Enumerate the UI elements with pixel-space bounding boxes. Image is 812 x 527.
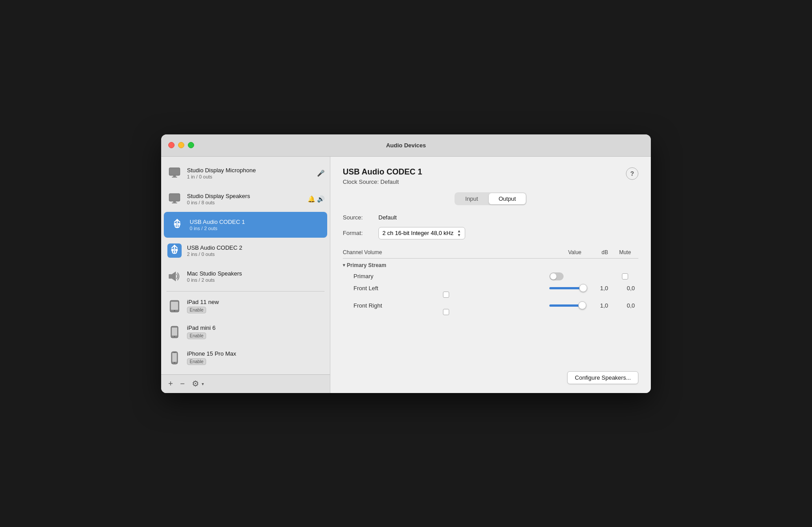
source-row: Source: Default [343,214,638,221]
sidebar: Studio Display Microphone 1 in / 0 outs … [161,157,330,393]
primary-toggle-cell [549,272,585,280]
speakers-icon: 🔔 🔊 [308,195,325,203]
detail-title-group: USB Audio CODEC 1 Clock Source: Default [343,167,422,185]
device-name: Studio Display Speakers [187,193,308,199]
device-badge: Enable [187,307,206,313]
main-window: Audio Devices Studio Display Microphone [161,134,651,393]
device-badge: Enable [187,332,206,339]
clock-value: Default [381,178,399,185]
format-value: 2 ch 16-bit Integer 48,0 kHz [382,230,454,236]
microphone-icon: 🎤 [317,170,325,177]
clock-label: Clock Source: [343,178,379,185]
channel-row-primary: Primary [343,270,638,283]
device-badge: Enable [187,358,206,365]
front-right-slider-cell [549,304,585,307]
usb-icon [166,243,183,259]
usb-icon [169,217,185,233]
col-value: Value [549,249,585,255]
front-right-mute-checkbox[interactable] [443,309,449,315]
device-sub: 0 ins / 8 outs [187,200,308,205]
titlebar: Audio Devices [161,134,651,157]
sidebar-item-ipad-11-new[interactable]: iPad 11 new Enable [161,293,330,319]
device-name: Mac Studio Speakers [187,270,325,277]
primary-mute-cell [612,273,638,280]
svg-rect-2 [172,177,177,178]
detail-header: USB Audio CODEC 1 Clock Source: Default … [343,167,638,185]
primary-stream-header[interactable]: ▾ Primary Stream [343,259,638,270]
tab-output[interactable]: Output [489,193,526,204]
device-info: USB Audio CODEC 1 0 ins / 2 outs [190,219,322,231]
front-right-mute-cell [343,309,549,315]
svg-rect-15 [172,353,177,362]
svg-rect-4 [173,201,176,203]
front-left-value: 1,0 [585,285,612,292]
col-db: dB [585,249,612,255]
primary-mute-checkbox[interactable] [622,273,628,280]
svg-point-10 [174,310,175,311]
channel-name-primary: Primary [343,273,549,280]
svg-rect-3 [169,194,180,201]
svg-rect-16 [173,352,176,353]
device-name: iPad 11 new [187,299,325,305]
tab-group: Input Output [455,192,527,205]
front-right-slider[interactable] [549,304,585,307]
configure-speakers-button[interactable]: Configure Speakers... [567,371,638,384]
sidebar-item-studio-display-microphone[interactable]: Studio Display Microphone 1 in / 0 outs … [161,160,330,186]
main-content: Studio Display Microphone 1 in / 0 outs … [161,157,651,393]
channel-row-front-right: Front Right 1,0 0,0 [343,300,638,317]
device-info: USB Audio CODEC 2 2 ins / 0 outs [187,244,325,257]
ipad-icon [166,298,183,314]
device-info: Studio Display Microphone 1 in / 0 outs [187,167,317,179]
maximize-button[interactable] [188,142,194,148]
sidebar-item-iphone-15-pro-max[interactable]: iPhone 15 Pro Max Enable [161,345,330,371]
close-button[interactable] [168,142,175,148]
tab-input[interactable]: Input [455,193,488,204]
remove-device-button[interactable]: − [179,378,187,389]
ipad-mini-icon [166,324,183,340]
front-left-mute-checkbox[interactable] [443,292,449,298]
primary-toggle[interactable] [549,272,564,280]
device-info: iPad mini 6 Enable [187,324,325,339]
sidebar-item-mac-studio-speakers[interactable]: Mac Studio Speakers 0 ins / 2 outs [161,264,330,289]
sidebar-item-usb-audio-codec-2[interactable]: USB Audio CODEC 2 2 ins / 0 outs [161,238,330,264]
front-left-mute-cell [343,292,549,298]
help-button[interactable]: ? [626,167,638,180]
format-select[interactable]: 2 ch 16-bit Integer 48,0 kHz ▲ ▼ [378,227,465,239]
front-left-slider-cell [549,287,585,289]
svg-marker-7 [172,272,176,281]
tab-row: Input Output [343,192,638,205]
channel-table-header: Channel Volume Value dB Mute [343,247,638,259]
svg-rect-1 [173,175,176,177]
traffic-lights [168,142,194,148]
sidebar-item-studio-display-speakers[interactable]: Studio Display Speakers 0 ins / 8 outs 🔔… [161,186,330,212]
gear-icon[interactable]: ⚙ [190,378,201,389]
add-device-button[interactable]: + [166,378,175,389]
col-mute: Mute [612,249,638,255]
col-channel-volume: Channel Volume [343,249,549,255]
detail-panel: USB Audio CODEC 1 Clock Source: Default … [330,157,651,393]
gear-dropdown[interactable]: ⚙ ▾ [190,378,204,389]
svg-rect-6 [169,274,172,279]
minimize-button[interactable] [178,142,184,148]
device-info: iPhone 15 Pro Max Enable [187,350,325,365]
svg-rect-0 [169,168,180,175]
channel-table: Channel Volume Value dB Mute ▾ Primary S… [343,247,638,364]
device-sub: 0 ins / 2 outs [187,277,325,283]
device-sub: 0 ins / 2 outs [190,226,322,231]
channel-name-front-left: Front Left [343,285,549,292]
format-label: Format: [343,230,378,236]
chevron-down-icon: ▾ [343,263,345,268]
sidebar-item-ipad-mini-6[interactable]: iPad mini 6 Enable [161,319,330,345]
window-title: Audio Devices [386,142,426,149]
front-left-slider[interactable] [549,287,585,289]
detail-title: USB Audio CODEC 1 [343,167,422,177]
sidebar-toolbar: + − ⚙ ▾ [161,374,330,393]
format-row: Format: 2 ch 16-bit Integer 48,0 kHz ▲ ▼ [343,227,638,239]
device-info: iPad 11 new Enable [187,299,325,313]
device-list: Studio Display Microphone 1 in / 0 outs … [161,157,330,374]
device-name: iPhone 15 Pro Max [187,350,325,357]
svg-point-13 [174,336,175,336]
sidebar-item-usb-audio-codec-1[interactable]: USB Audio CODEC 1 0 ins / 2 outs [164,212,327,238]
source-value: Default [378,214,397,221]
channel-name-front-right: Front Right [343,302,549,309]
